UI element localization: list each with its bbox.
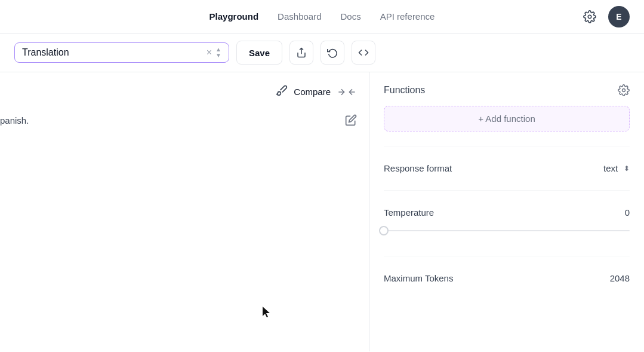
edit-button[interactable] [345,114,357,129]
add-function-button[interactable]: + Add function [384,106,630,131]
response-format-row: Response format text json ⬍ [384,156,630,180]
left-panel: Compare panish. [0,72,369,351]
temperature-slider-container [384,225,630,237]
functions-title: Functions [384,85,425,96]
cursor-indicator [263,307,272,322]
maximum-tokens-label: Maximum Tokens [384,273,453,283]
user-avatar-button[interactable]: E [608,6,630,27]
maximum-tokens-value: 2048 [610,273,630,283]
nav-api-reference[interactable]: API reference [380,9,435,24]
temperature-slider-track [384,230,630,231]
response-format-select-wrapper: text json ⬍ [603,163,630,173]
toolbar: × ▲ ▼ Save [0,33,644,72]
divider-1 [384,146,630,146]
code-icon [358,47,369,58]
brush-icon [276,84,288,99]
svg-point-0 [588,15,591,19]
title-input[interactable] [22,47,202,58]
functions-section-header: Functions [384,84,630,96]
compare-arrows-icon [337,87,357,97]
history-button[interactable] [321,41,344,65]
code-button[interactable] [352,41,375,65]
temperature-label: Temperature [384,207,434,218]
share-button[interactable] [289,41,313,65]
chevron-updown-icon[interactable]: ▲ ▼ [215,47,221,59]
partial-text: panish. [0,115,29,126]
nav-bar: Playground Dashboard Docs API reference … [0,0,644,33]
share-icon [296,47,307,58]
temperature-slider-row [384,225,630,246]
clear-icon[interactable]: × [207,47,212,58]
history-icon [327,47,338,58]
temperature-slider-thumb[interactable] [379,226,389,235]
title-input-wrapper: × ▲ ▼ [14,42,229,63]
gear-icon [583,10,596,23]
nav-dashboard[interactable]: Dashboard [278,9,321,24]
compare-bar: Compare [276,84,357,99]
nav-playground[interactable]: Playground [209,9,259,24]
settings-button[interactable] [578,5,601,28]
temperature-value: 0 [625,207,630,218]
svg-point-4 [623,89,625,92]
compare-label[interactable]: Compare [294,87,331,97]
title-input-icons: × ▲ ▼ [207,47,221,59]
nav-right-actions: E [578,5,630,28]
functions-settings-button[interactable] [618,84,630,96]
main-content: Compare panish. [0,72,644,351]
edit-icon [345,114,357,126]
temperature-row: Temperature 0 [384,200,630,225]
divider-3 [384,256,630,256]
nav-docs[interactable]: Docs [341,9,361,24]
save-button[interactable]: Save [236,41,282,65]
functions-gear-icon [618,84,630,96]
right-panel: Functions + Add function Response format… [369,72,644,351]
divider-2 [384,190,630,191]
maximum-tokens-row: Maximum Tokens 2048 [384,266,630,290]
response-format-label: Response format [384,163,452,173]
response-format-select[interactable]: text json [603,163,630,173]
